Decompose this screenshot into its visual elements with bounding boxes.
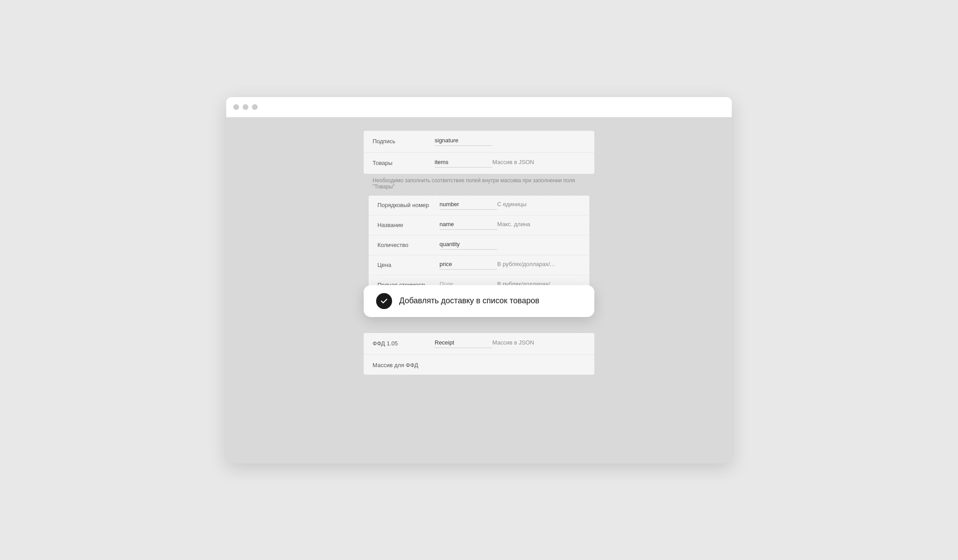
traffic-light-maximize[interactable]: [252, 104, 258, 110]
nested-value-quantity: quantity: [440, 241, 497, 250]
field-value-ffd: Receipt: [435, 339, 492, 348]
field-label-items: Товары: [373, 159, 435, 166]
nested-meta-number: С единицы: [497, 201, 526, 208]
toast-text: Добавлять доставку в список товаров: [399, 296, 539, 305]
field-label-ffd-array: Массив для ФФД: [373, 361, 435, 368]
toast-notification: Добавлять доставку в список товаров: [364, 285, 594, 317]
traffic-light-minimize[interactable]: [243, 104, 248, 110]
browser-titlebar: [226, 97, 732, 117]
nested-row-name: Название name Макс. длина: [369, 215, 589, 235]
nested-label-number: Порядковый номер: [377, 201, 440, 208]
nested-value-number: number: [440, 201, 497, 210]
field-row-ffd: ФФД 1.05 Receipt Массив в JSON: [364, 333, 594, 355]
nested-value-name: name: [440, 221, 497, 230]
hint-text: Необходимо заполнить соответствие полей …: [364, 174, 594, 195]
nested-value-price: price: [440, 261, 497, 270]
nested-label-quantity: Количество: [377, 241, 440, 248]
nested-label-name: Название: [377, 221, 440, 228]
nested-label-price: Цена: [377, 261, 440, 268]
nested-meta-price: В рублях/долларах/...: [497, 261, 555, 267]
field-row-ffd-array: Массив для ФФД: [364, 355, 594, 375]
field-meta-ffd: Массив в JSON: [492, 339, 534, 346]
field-value-items: items: [435, 159, 492, 168]
field-label-signature: Подпись: [373, 137, 435, 145]
nested-row-number: Порядковый номер number С единицы: [369, 196, 589, 215]
nested-meta-name: Макс. длина: [497, 221, 530, 227]
traffic-light-close[interactable]: [233, 104, 239, 110]
field-meta-items: Массив в JSON: [492, 159, 534, 165]
nested-row-quantity: Количество quantity: [369, 235, 589, 255]
field-value-signature: signature: [435, 137, 492, 146]
field-row-items: Товары items Массив в JSON: [364, 153, 594, 174]
top-fields-card: Подпись signature Товары items Массив в …: [364, 131, 594, 174]
browser-content: Подпись signature Товары items Массив в …: [226, 117, 732, 463]
nested-row-price: Цена price В рублях/долларах/...: [369, 255, 589, 275]
toast-check-icon: [376, 293, 392, 309]
browser-window: Подпись signature Товары items Массив в …: [226, 97, 732, 463]
main-content: Подпись signature Товары items Массив в …: [226, 117, 732, 388]
field-label-ffd: ФФД 1.05: [373, 339, 435, 347]
field-row-signature: Подпись signature: [364, 131, 594, 153]
bottom-fields-card: ФФД 1.05 Receipt Массив в JSON Массив дл…: [364, 333, 594, 375]
